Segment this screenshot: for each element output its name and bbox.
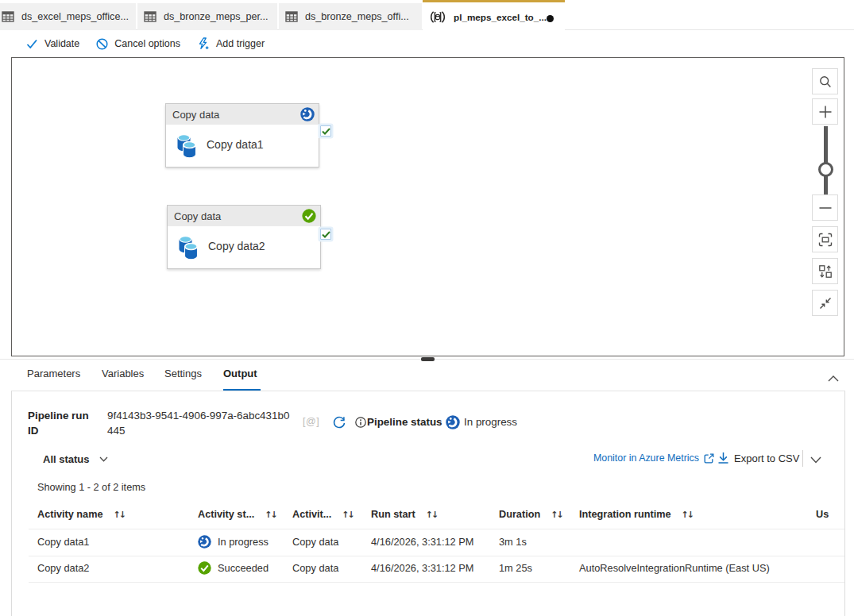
column-header-duration[interactable]: Duration↑↓: [499, 509, 562, 520]
pipeline-status-value: In progress: [464, 416, 517, 428]
collapse-panel-button[interactable]: [825, 370, 842, 387]
copy-run-id-icon[interactable]: [@]: [303, 416, 319, 427]
cell-activity-status: Succeeded: [198, 561, 269, 575]
cell-duration: 3m 1s: [499, 536, 527, 548]
table-icon: [285, 10, 298, 23]
tab-label: pl_meps_excel_to_...: [454, 12, 547, 22]
activity-node-body: Copy data2: [168, 226, 320, 269]
auto-align-icon: [818, 264, 833, 279]
zoom-slider-thumb[interactable]: [818, 162, 833, 177]
checkmark-icon: [322, 231, 330, 238]
minus-icon: [818, 201, 833, 215]
column-header-user-properties[interactable]: Us: [816, 509, 829, 520]
pipeline-icon: [430, 11, 446, 23]
succeeded-status-icon: [198, 561, 211, 575]
column-label: Activity name: [37, 509, 103, 520]
cancel-options-button[interactable]: Cancel options: [96, 38, 180, 50]
add-trigger-button[interactable]: Add trigger: [197, 37, 265, 50]
tab-output[interactable]: Output: [223, 368, 257, 379]
activity-node-body: Copy data1: [166, 125, 319, 167]
cell-run-start: 4/16/2026, 3:31:12 PM: [371, 562, 474, 574]
cell-activity-name[interactable]: Copy data1: [37, 536, 89, 548]
export-to-csv-button[interactable]: Export to CSV: [717, 452, 799, 464]
tab-variables[interactable]: Variables: [102, 368, 144, 379]
zoom-slider-track[interactable]: [824, 126, 828, 194]
auto-align-button[interactable]: [812, 258, 838, 284]
collapse-button[interactable]: [812, 290, 838, 316]
activity-name-label: Copy data1: [207, 138, 264, 151]
column-label: Activity st...: [198, 509, 254, 520]
in-progress-status-icon: [300, 107, 315, 121]
sort-icon[interactable]: ↑↓: [342, 510, 353, 520]
pipeline-run-id-label: Pipeline run ID: [28, 408, 98, 438]
tab-ds-bronze-meps-offi[interactable]: ds_bronze_meps_offi...: [279, 3, 422, 30]
activity-table-header: Activity name↑↓ Activity st...↑↓ Activit…: [0, 509, 854, 522]
column-header-integration-runtime[interactable]: Integration runtime↑↓: [579, 509, 693, 520]
add-trigger-lightning-icon: [197, 37, 210, 50]
showing-items-text: Showing 1 - 2 of 2 items: [37, 482, 145, 493]
properties-panel-tabs: Parameters Variables Settings Output: [0, 361, 854, 391]
cancel-circle-icon: [96, 38, 108, 50]
refresh-button[interactable]: [332, 415, 346, 433]
pipeline-toolbar: Validate Cancel options Add trigger: [0, 30, 854, 57]
sort-icon[interactable]: ↑↓: [426, 510, 437, 520]
tab-ds-bronze-meps-per[interactable]: ds_bronze_meps_per...: [137, 3, 277, 30]
add-trigger-label: Add trigger: [216, 38, 265, 49]
tab-parameters[interactable]: Parameters: [27, 368, 80, 379]
copy-data-activity-icon: [177, 234, 199, 260]
activity-node-copy-data2[interactable]: Copy data Copy data2: [167, 205, 321, 269]
info-icon: [355, 417, 366, 428]
status-text: In progress: [218, 536, 269, 548]
cell-run-start: 4/16/2026, 3:31:12 PM: [371, 536, 474, 548]
chevron-down-icon: [810, 456, 821, 464]
table-icon: [144, 10, 157, 23]
pipeline-status-info-icon[interactable]: [355, 417, 366, 431]
status-filter-label: All status: [43, 453, 90, 465]
table-row-copy-data1[interactable]: Copy data1 In progress Copy data 4/16/20…: [0, 529, 854, 556]
tab-pl-meps-excel-to-active[interactable]: pl_meps_excel_to_...: [423, 0, 565, 31]
cell-activity-status: In progress: [198, 535, 269, 549]
canvas-search-button[interactable]: [812, 68, 838, 94]
zoom-to-fit-button[interactable]: [812, 226, 838, 252]
validate-check-icon: [26, 39, 38, 49]
monitor-azure-metrics-link[interactable]: Monitor in Azure Metrics: [593, 452, 714, 464]
activity-name-label: Copy data2: [208, 240, 265, 252]
table-row-copy-data2[interactable]: Copy data2 Succeeded Copy data 4/16/2026…: [0, 556, 854, 582]
sort-icon[interactable]: ↑↓: [114, 510, 125, 520]
validate-button[interactable]: Validate: [26, 38, 79, 49]
sort-icon[interactable]: ↑↓: [265, 510, 276, 520]
download-icon: [717, 452, 729, 464]
activity-checkbox-copy-data2[interactable]: [320, 229, 331, 240]
column-header-run-start[interactable]: Run start↑↓: [371, 509, 437, 520]
column-label: Duration: [499, 509, 540, 520]
sort-icon[interactable]: ↑↓: [682, 510, 693, 520]
column-header-activity-type[interactable]: Activit...↑↓: [292, 509, 354, 520]
activity-type-label: Copy data: [172, 109, 300, 121]
zoom-out-button[interactable]: [812, 194, 838, 221]
chevron-up-icon: [828, 375, 839, 382]
status-filter-dropdown[interactable]: All status: [43, 453, 108, 465]
activity-node-header: Copy data: [168, 206, 320, 226]
zoom-in-button[interactable]: [812, 98, 838, 125]
more-options-button[interactable]: [809, 452, 823, 467]
cell-duration: 1m 25s: [499, 562, 532, 574]
activity-node-copy-data1[interactable]: Copy data Copy data1: [165, 103, 319, 167]
tab-ds-excel-meps-office[interactable]: ds_excel_meps_office...: [0, 3, 136, 30]
tab-settings[interactable]: Settings: [164, 368, 202, 379]
column-header-activity-status[interactable]: Activity st...↑↓: [198, 509, 276, 520]
activity-checkbox-copy-data1[interactable]: [320, 125, 331, 137]
tab-label: ds_excel_meps_office...: [21, 11, 129, 22]
table-divider: [29, 582, 844, 583]
table-icon: [2, 10, 14, 23]
run-id-line2: 445: [107, 425, 125, 437]
pipeline-canvas[interactable]: Copy data Copy data1 Copy data: [11, 57, 844, 356]
sort-icon[interactable]: ↑↓: [551, 510, 562, 520]
activity-type-label: Copy data: [174, 210, 302, 222]
column-header-activity-name[interactable]: Activity name↑↓: [37, 509, 125, 520]
activity-node-header: Copy data: [166, 104, 319, 125]
cancel-options-label: Cancel options: [114, 38, 180, 49]
cell-activity-type: Copy data: [292, 536, 338, 548]
plus-icon: [818, 105, 833, 119]
in-progress-status-icon: [198, 535, 211, 549]
cell-activity-name[interactable]: Copy data2: [37, 562, 89, 574]
